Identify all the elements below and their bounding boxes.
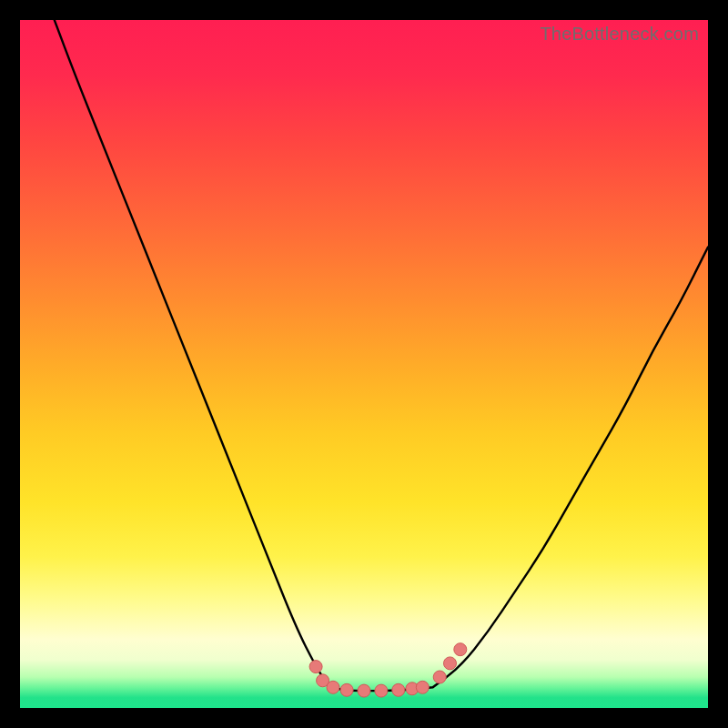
curve-marker — [444, 657, 457, 670]
curve-marker — [340, 683, 353, 696]
curve-marker — [375, 684, 388, 697]
curve-marker — [327, 681, 339, 693]
curve-path — [55, 20, 708, 691]
chart-frame: TheBottleneck.com — [0, 0, 728, 728]
curve-marker — [309, 661, 322, 673]
marker-group — [309, 643, 467, 697]
curve-marker — [358, 684, 370, 697]
curve-marker — [454, 643, 467, 656]
curve-marker — [392, 683, 405, 696]
bottleneck-curve — [20, 20, 708, 708]
plot-area: TheBottleneck.com — [20, 20, 708, 708]
curve-marker — [433, 671, 446, 683]
curve-marker — [416, 681, 429, 693]
